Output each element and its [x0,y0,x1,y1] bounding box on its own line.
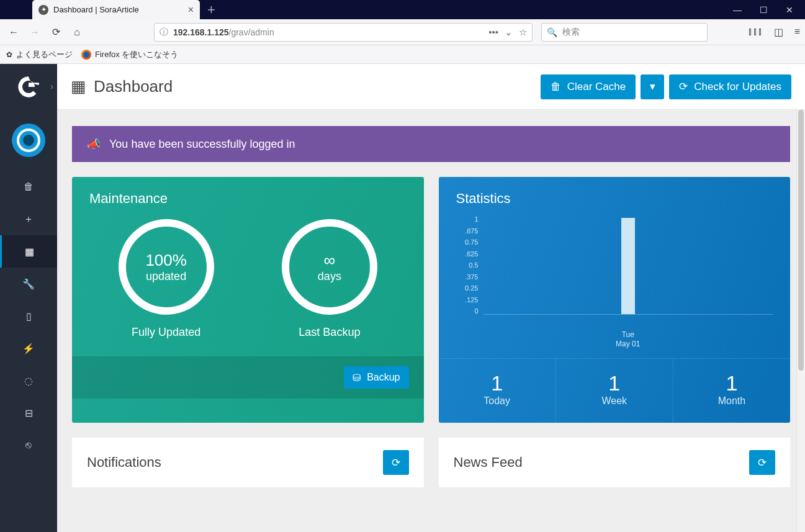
bookmark-frequent[interactable]: ✿ よく見るページ [6,49,73,60]
database-icon: ⛁ [353,372,361,384]
trash-icon: 🗑 [551,81,561,93]
check-updates-button[interactable]: ⟳ Check for Updates [669,74,791,99]
minimize-icon[interactable]: — [733,5,742,15]
vertical-scrollbar[interactable] [796,110,805,532]
user-avatar[interactable] [12,124,45,157]
search-placeholder: 検索 [562,27,580,38]
admin-sidebar: › 🗑 ＋ ▦ 🔧 ▯ ⚡ ◌ ⊟ ⎋ [0,64,57,532]
bookmark-bar: ✿ よく見るページ Firefox を使いこなそう [0,45,805,64]
window-title-bar: ✦ Dashboard | SoraArticle × + — ☐ ✕ [0,0,805,19]
search-bar[interactable]: 🔍 検索 [541,23,708,42]
close-tab-icon[interactable]: × [188,4,194,16]
sidebar-item-add[interactable]: ＋ [0,203,57,235]
stat-today[interactable]: 1 Today [439,359,555,423]
new-tab-button[interactable]: + [207,2,215,18]
grav-logo[interactable]: › [0,64,57,110]
svg-point-2 [23,135,34,146]
url-text: 192.168.1.125/grav/admin [173,27,483,37]
tab-title: Dashboard | SoraArticle [53,5,139,14]
backup-gauge: ∞ days Last Backup [282,219,377,339]
gear-icon: ✿ [6,50,12,59]
browser-nav-bar: ← → ⟳ ⌂ ⓘ 192.168.1.125/grav/admin ••• ⌄… [0,19,805,45]
news-feed-title: News Feed [454,454,523,471]
clear-cache-dropdown[interactable]: ▾ [641,74,664,99]
chevron-down-icon: ▾ [650,80,655,93]
logout-icon: ⎋ [25,440,32,451]
browser-tab[interactable]: ✦ Dashboard | SoraArticle × [32,0,200,19]
sidebar-item-trash[interactable]: 🗑 [0,171,57,203]
statistics-title: Statistics [439,177,791,214]
firefox-icon [81,50,91,60]
maximize-icon[interactable]: ☐ [759,5,768,15]
news-feed-card: News Feed ⟳ [439,438,791,487]
sidebar-item-themes[interactable]: ◌ [0,364,57,397]
scroll-thumb[interactable] [798,110,804,371]
search-icon: 🔍 [547,27,557,37]
chevron-right-icon[interactable]: › [50,81,53,91]
refresh-icon: ⟳ [679,80,688,93]
statistics-chart: 1.8750.75.6250.5.3750.25.1250 TueMay 01 [456,215,773,331]
reload-button[interactable]: ⟳ [47,24,65,41]
grid-icon: ▦ [71,77,86,96]
trash-icon: 🗑 [24,181,34,192]
maintenance-title: Maintenance [72,177,424,214]
grid-icon: ▦ [25,246,34,258]
content-area: ▦ Dashboard 🗑 Clear Cache ▾ ⟳ Check for … [57,64,805,532]
maintenance-card: Maintenance 100% updated Fully Updated ∞ [72,177,424,423]
sidebar-item-plugins[interactable]: ⚡ [0,332,57,364]
updated-gauge: 100% updated Fully Updated [119,219,214,339]
home-button[interactable]: ⌂ [68,24,86,41]
library-icon[interactable]: ⫿⫿⫿ [748,26,763,38]
wrench-icon: 🔧 [22,278,35,290]
sidebar-item-pages[interactable]: ▯ [0,300,57,332]
briefcase-icon: ⊟ [25,407,33,419]
refresh-news-button[interactable]: ⟳ [749,450,775,475]
sidebar-icon[interactable]: ◫ [774,26,783,38]
megaphone-icon: 📣 [87,137,101,151]
sidebar-item-tools[interactable]: ⊟ [0,397,57,429]
page-actions-icon[interactable]: ••• [488,27,498,38]
stat-month[interactable]: 1 Month [673,359,790,423]
address-bar[interactable]: ⓘ 192.168.1.125/grav/admin ••• ⌄ ☆ [154,23,533,42]
notifications-title: Notifications [87,454,161,471]
favicon: ✦ [38,5,48,15]
alert-message: You have been successfully logged in [109,138,295,151]
info-icon[interactable]: ⓘ [160,27,168,38]
refresh-icon: ⟳ [392,456,400,469]
plus-icon: ＋ [24,213,34,226]
notifications-card: Notifications ⟳ [72,438,424,487]
page-title: ▦ Dashboard [71,77,173,96]
pocket-icon[interactable]: ⌄ [505,27,513,38]
clear-cache-button[interactable]: 🗑 Clear Cache [541,74,636,99]
window-controls: — ☐ ✕ [733,5,805,15]
refresh-icon: ⟳ [758,456,767,469]
stat-week[interactable]: 1 Week [555,359,673,423]
drop-icon: ◌ [24,375,33,387]
forward-button[interactable]: → [26,24,43,41]
sidebar-item-dashboard[interactable]: ▦ [0,235,57,268]
sidebar-item-config[interactable]: 🔧 [0,268,57,300]
statistics-card: Statistics 1.8750.75.6250.5.3750.25.1250… [439,177,791,423]
bookmark-star-icon[interactable]: ☆ [519,27,527,38]
bookmark-firefox-guide[interactable]: Firefox を使いこなそう [81,49,178,60]
back-button[interactable]: ← [5,24,22,41]
menu-icon[interactable]: ≡ [794,26,800,38]
login-success-alert: 📣 You have been successfully logged in [72,126,790,162]
plug-icon: ⚡ [22,343,35,354]
close-window-icon[interactable]: ✕ [785,5,794,15]
backup-button[interactable]: ⛁ Backup [344,366,408,389]
refresh-notifications-button[interactable]: ⟳ [383,450,409,475]
chart-bar [621,218,635,314]
sidebar-item-logout[interactable]: ⎋ [0,429,57,461]
page-icon: ▯ [26,310,32,322]
content-topbar: ▦ Dashboard 🗑 Clear Cache ▾ ⟳ Check for … [57,64,805,110]
